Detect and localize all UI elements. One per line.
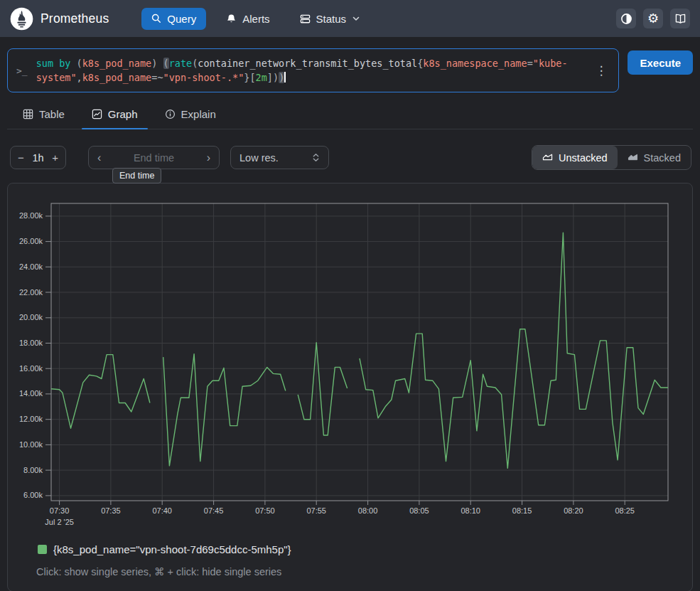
graph-canvas[interactable]: 6.00k8.00k10.00k12.00k14.00k16.00k18.00k… [8,183,692,525]
nav-alerts-label: Alerts [242,13,269,25]
legend-hint: Click: show single series, ⌘ + click: hi… [36,566,692,577]
tab-graph[interactable]: Graph [82,102,148,129]
svg-text:16.00k: 16.00k [19,364,43,373]
query-row: >_ sum by (k8s_pod_name) (rate(container… [0,37,700,92]
settings-button[interactable]: ⚙ [643,9,663,28]
svg-text:07:30: 07:30 [50,506,70,515]
svg-text:08:00: 08:00 [358,506,378,515]
svg-text:8.00k: 8.00k [23,466,43,474]
legend-item[interactable]: {k8s_pod_name="vpn-shoot-7d69c5ddcc-5mh5… [38,543,291,555]
unstacked-label: Unstacked [559,152,608,164]
graph-icon [92,109,102,119]
search-icon [151,14,161,23]
stacking-toggle-group: Unstacked Stacked [532,145,691,170]
svg-text:07:55: 07:55 [306,506,326,515]
svg-text:22.00k: 22.00k [19,288,43,297]
end-time-placeholder: End time [134,152,174,164]
range-increase-button[interactable]: + [52,151,58,164]
end-time-input[interactable]: ‹ End time › [88,146,220,169]
query-options-menu-button[interactable]: ⋮ [591,62,611,80]
svg-text:08:15: 08:15 [512,506,532,515]
execute-button[interactable]: Execute [628,50,693,75]
svg-text:26.00k: 26.00k [19,237,43,245]
navbar: Prometheus Query Alerts Status [0,0,700,37]
expression-line-2: system",k8s_pod_name=~"vpn-shoot-.*"}[2m… [36,70,587,85]
unstacked-chart-icon [542,152,553,164]
svg-text:Jul 2 '25: Jul 2 '25 [45,518,74,525]
svg-text:08:05: 08:05 [409,506,429,515]
svg-text:08:10: 08:10 [461,506,480,515]
svg-text:07:40: 07:40 [152,506,172,515]
navbar-actions: ⚙ [616,9,690,28]
resolution-select[interactable]: Low res. [230,146,329,169]
tab-bar: Table Graph Explain [7,102,693,129]
nav-status-label: Status [316,13,347,25]
tab-explain-label: Explain [181,108,216,120]
resolution-value: Low res. [239,152,279,164]
info-icon [165,109,176,119]
range-value[interactable]: 1h [32,152,43,164]
tab-table[interactable]: Table [13,102,75,129]
expression-line-1: sum by (k8s_pod_name) (rate(container_ne… [36,56,587,70]
svg-text:20.00k: 20.00k [19,313,43,321]
svg-text:08:20: 08:20 [564,506,583,515]
series-color-swatch [38,545,47,554]
svg-text:6.00k: 6.00k [23,491,43,499]
status-stack-icon [300,14,311,24]
chevron-down-icon [352,14,360,23]
query-expression-input[interactable]: >_ sum by (k8s_pod_name) (rate(container… [7,48,619,92]
contrast-icon [620,13,632,25]
book-icon [674,14,686,24]
gear-icon: ⚙ [647,12,659,25]
docs-button[interactable] [670,9,690,28]
table-icon [23,109,33,119]
svg-text:14.00k: 14.00k [19,389,43,398]
end-time-next-button[interactable]: › [207,152,210,164]
prometheus-logo-icon [10,7,33,31]
svg-text:08:25: 08:25 [615,506,635,515]
tab-explain[interactable]: Explain [155,102,226,129]
stacked-button[interactable]: Stacked [618,146,691,169]
range-input: − 1h + [10,146,66,169]
nav-alerts[interactable]: Alerts [216,8,279,30]
bell-icon [226,14,237,24]
end-time-tooltip: End time [112,168,161,183]
svg-text:10.00k: 10.00k [19,440,43,449]
nav-query[interactable]: Query [141,8,206,30]
stacked-chart-icon [628,152,638,164]
unstacked-button[interactable]: Unstacked [532,146,618,169]
legend: {k8s_pod_name="vpn-shoot-7d69c5ddcc-5mh5… [38,543,692,555]
svg-text:28.00k: 28.00k [19,211,43,220]
series-label: {k8s_pod_name="vpn-shoot-7d69c5ddcc-5mh5… [53,543,291,555]
promql-expression: sum by (k8s_pod_name) (rate(container_ne… [36,56,587,85]
svg-text:07:50: 07:50 [255,506,275,515]
stacked-label: Stacked [644,152,681,164]
prompt-icon: >_ [16,65,28,76]
svg-text:07:45: 07:45 [204,506,224,515]
brand-name: Prometheus [41,11,109,26]
nav-query-label: Query [167,13,196,25]
theme-toggle-button[interactable] [616,9,636,28]
nav-status[interactable]: Status [290,8,371,30]
end-time-prev-button[interactable]: ‹ [97,152,101,164]
main-nav: Query Alerts Status [141,8,370,30]
select-chevrons-icon [312,152,320,163]
svg-text:12.00k: 12.00k [19,415,43,423]
tab-graph-label: Graph [108,108,138,120]
range-decrease-button[interactable]: − [18,151,24,164]
tab-table-label: Table [39,108,65,120]
svg-text:24.00k: 24.00k [19,262,43,271]
graph-controls: − 1h + ‹ End time › Low res. Unstacked [10,145,691,170]
brand[interactable]: Prometheus [10,7,109,31]
prometheus-app: Prometheus Query Alerts Status [0,0,700,591]
svg-text:07:35: 07:35 [101,506,121,515]
svg-text:18.00k: 18.00k [19,339,43,347]
graph-panel: 6.00k8.00k10.00k12.00k14.00k16.00k18.00k… [7,183,693,591]
